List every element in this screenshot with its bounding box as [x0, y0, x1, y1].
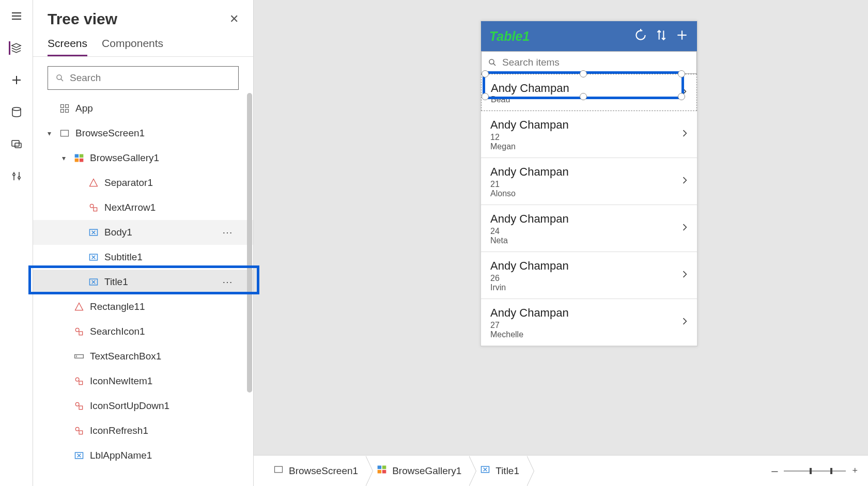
iconctl-icon — [73, 375, 85, 387]
tree-item-subtitle1[interactable]: Subtitle1 — [33, 245, 253, 270]
gallery-row[interactable]: Andy Champan12Megan — [481, 111, 697, 158]
tree-item-title1[interactable]: Title1⋯ — [33, 270, 253, 294]
svg-line-13 — [61, 79, 63, 81]
svg-rect-14 — [61, 105, 64, 108]
row-subtitle: 12 — [490, 133, 688, 142]
tab-screens[interactable]: Screens — [48, 37, 87, 56]
chevron-right-icon[interactable] — [679, 175, 690, 187]
svg-rect-31 — [79, 332, 83, 335]
gallery-row[interactable]: Andy Champan24Neta — [481, 205, 697, 252]
tree-item-label: LblAppName1 — [90, 450, 152, 461]
row-subtitle: 27 — [490, 321, 688, 330]
tree-item-browsegallery1[interactable]: ▾BrowseGallery1 — [33, 146, 253, 170]
svg-rect-19 — [75, 154, 79, 158]
svg-point-12 — [57, 75, 61, 80]
tree-item-iconsortupdown1[interactable]: IconSortUpDown1 — [33, 394, 253, 418]
gallery-row[interactable]: Andy Champan21Alonso — [481, 158, 697, 205]
zoom-slider[interactable] — [784, 471, 846, 472]
more-icon[interactable]: ⋯ — [222, 276, 234, 288]
rect-icon — [59, 128, 70, 139]
tree-item-textsearchbox1[interactable]: TextSearchBox1 — [33, 344, 253, 369]
tree-item-rectangle11[interactable]: Rectangle11 — [33, 294, 253, 319]
chevron-right-icon[interactable] — [679, 128, 690, 140]
more-icon[interactable]: ⋯ — [222, 226, 234, 239]
search-icon — [55, 73, 65, 83]
gallery-icon — [73, 152, 85, 164]
preview-search[interactable] — [481, 51, 697, 74]
data-icon[interactable] — [10, 105, 23, 119]
preview-title: Table1 — [489, 29, 627, 44]
tree-item-label: Separator1 — [104, 177, 153, 189]
svg-rect-50 — [378, 470, 382, 474]
tree-item-nextarrow1[interactable]: NextArrow1 — [33, 195, 253, 220]
tree-view-icon[interactable] — [9, 41, 22, 55]
svg-point-30 — [75, 328, 79, 332]
row-body: Irvin — [490, 283, 688, 292]
row-title: Andy Champan — [491, 82, 687, 95]
tree-item-label: BrowseScreen1 — [75, 128, 145, 139]
tab-components[interactable]: Components — [102, 37, 163, 56]
breadcrumb-title1[interactable]: Title1 — [471, 456, 529, 486]
svg-rect-49 — [382, 466, 386, 469]
tree-tabs: Screens Components — [33, 28, 253, 57]
tree-item-lblappname1[interactable]: LblAppName1 — [33, 443, 253, 468]
svg-rect-22 — [80, 159, 84, 162]
chevron-right-icon[interactable] — [679, 316, 690, 328]
sort-icon[interactable] — [655, 28, 668, 44]
tree-item-body1[interactable]: Body1⋯ — [33, 220, 253, 245]
tree-item-label: NextArrow1 — [104, 202, 156, 213]
hamburger-icon[interactable] — [10, 9, 23, 23]
zoom-in[interactable]: + — [852, 465, 858, 476]
media-icon[interactable] — [10, 137, 23, 151]
refresh-icon[interactable] — [634, 28, 647, 44]
svg-marker-29 — [75, 303, 83, 310]
label-icon — [88, 252, 99, 263]
iconctl-icon — [73, 326, 85, 337]
tree-item-label: Rectangle11 — [90, 301, 145, 312]
settings-icon[interactable] — [10, 169, 23, 183]
preview-header: Table1 — [481, 21, 697, 51]
tree-item-label: IconSortUpDown1 — [90, 400, 169, 412]
chevron-down-icon[interactable]: ▾ — [62, 154, 70, 162]
gallery-row[interactable]: Andy Champan26Irvin — [481, 252, 697, 299]
breadcrumb-browsegallery1[interactable]: BrowseGallery1 — [367, 456, 471, 486]
gallery-row[interactable]: Andy ChampanBeau — [481, 74, 697, 111]
svg-rect-48 — [378, 466, 382, 469]
label-icon — [88, 227, 99, 238]
add-icon[interactable] — [675, 28, 689, 44]
shape-icon — [73, 301, 85, 312]
row-body: Neta — [490, 236, 688, 245]
tree-item-searchicon1[interactable]: SearchIcon1 — [33, 319, 253, 344]
left-rail — [0, 0, 33, 486]
tree-item-browsescreen1[interactable]: ▾BrowseScreen1 — [33, 121, 253, 146]
row-subtitle: 21 — [490, 180, 688, 189]
row-body: Alonso — [490, 189, 688, 198]
chevron-right-icon[interactable] — [679, 269, 690, 281]
svg-rect-16 — [61, 109, 64, 113]
chevron-right-icon[interactable] — [679, 222, 690, 234]
zoom-out[interactable]: – — [771, 464, 778, 478]
svg-rect-7 — [15, 143, 21, 148]
preview-search-input[interactable] — [502, 57, 690, 68]
svg-rect-32 — [75, 355, 84, 358]
tree-item-separator1[interactable]: Separator1 — [33, 170, 253, 195]
tree-item-iconnewitem1[interactable]: IconNewItem1 — [33, 369, 253, 394]
gallery-row[interactable]: Andy Champan27Mechelle — [481, 299, 697, 346]
svg-rect-25 — [94, 208, 97, 211]
row-body: Megan — [490, 142, 688, 151]
label-icon — [73, 450, 85, 461]
breadcrumb-browsescreen1[interactable]: BrowseScreen1 — [264, 456, 367, 486]
close-icon[interactable]: ✕ — [229, 12, 239, 26]
insert-icon[interactable] — [10, 73, 23, 87]
tree-item-iconrefresh1[interactable]: IconRefresh1 — [33, 418, 253, 443]
tree-item-label: Subtitle1 — [104, 252, 143, 263]
tree-search-input[interactable] — [70, 72, 231, 84]
scrollbar[interactable] — [247, 93, 252, 393]
svg-line-46 — [493, 64, 495, 66]
chevron-right-icon[interactable] — [679, 86, 689, 99]
tree-search[interactable] — [48, 66, 239, 90]
tree-item-app[interactable]: App — [33, 96, 253, 121]
tree-item-label: BrowseGallery1 — [90, 152, 159, 164]
chevron-down-icon[interactable]: ▾ — [48, 129, 56, 137]
svg-point-34 — [75, 378, 79, 381]
